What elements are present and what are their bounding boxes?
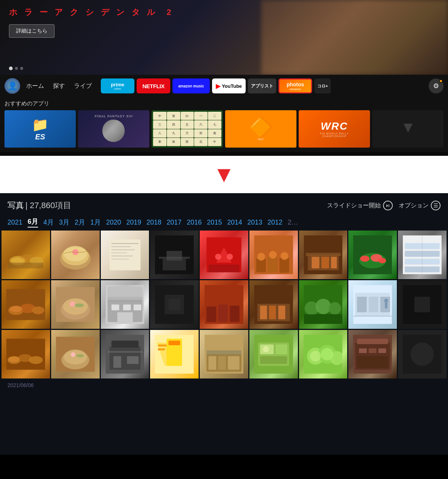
photo-image (348, 330, 397, 378)
app-youtube[interactable]: ▶ YouTube (212, 78, 246, 93)
nav-live[interactable]: ライブ (74, 82, 92, 90)
photo-image (299, 231, 348, 279)
photo-cell[interactable] (1, 280, 50, 329)
photo-cell[interactable] (200, 231, 248, 279)
photo-cell[interactable] (51, 231, 100, 279)
photo-cell[interactable] (249, 330, 298, 378)
photo-cell[interactable] (200, 280, 248, 329)
photo-cell[interactable] (299, 330, 348, 378)
hero-dot-1 (9, 67, 13, 70)
settings-button[interactable]: ⚙ (429, 78, 444, 93)
photo-cell[interactable] (101, 231, 149, 279)
hero-banner: ホ ラ ー ア ク シ デ ン タ ル 2 詳細はこちら (0, 0, 448, 75)
slideshow-button[interactable]: スライドショー開始 ⏯ (327, 201, 393, 210)
photo-cell[interactable] (150, 231, 199, 279)
timeline-2020[interactable]: 2020 (106, 219, 121, 226)
es-label: ES (35, 133, 45, 141)
photos-header: 写真 | 27,860項目 スライドショー開始 ⏯ オプション ☰ (0, 193, 448, 216)
photo-image (249, 280, 298, 329)
svg-point-103 (71, 352, 75, 357)
timeline-2015[interactable]: 2015 (207, 219, 222, 226)
photo-cell[interactable] (249, 231, 298, 279)
vlc-cone-icon: 🔶 (249, 117, 273, 137)
svg-rect-70 (218, 305, 228, 322)
timeline-2012[interactable]: 2012 (268, 219, 283, 226)
vlc-wrapper: 🔶 VLC (225, 110, 296, 148)
svg-rect-15 (111, 259, 129, 259)
app-plus[interactable]: コロ+ (314, 78, 331, 93)
photo-cell[interactable] (398, 231, 447, 279)
photo-cell[interactable] (51, 330, 100, 378)
photo-cell[interactable] (348, 231, 397, 279)
recommended-app-grid: 📁 ES FINAL FANTASY XIII 中 發 白 (4, 110, 444, 148)
down-arrow-icon: ▼ (213, 163, 235, 186)
timeline-2018[interactable]: 2018 (146, 219, 161, 226)
svg-rect-33 (311, 257, 319, 268)
photo-cell[interactable] (299, 280, 348, 329)
photo-cell[interactable] (200, 330, 248, 378)
ff-label: FINAL FANTASY XIII (92, 111, 136, 146)
hero-detail-button[interactable]: 詳細はこちら (9, 24, 55, 38)
svg-rect-25 (256, 259, 266, 272)
photo-image (299, 280, 348, 329)
photo-image (200, 231, 248, 279)
timeline-june[interactable]: 6月 (28, 217, 38, 228)
timeline-march[interactable]: 3月 (59, 218, 69, 227)
app-tile-extra[interactable] (372, 110, 444, 148)
photo-cell[interactable] (101, 330, 149, 378)
timeline-2013[interactable]: 2013 (247, 219, 262, 226)
app-tile-ff[interactable]: FINAL FANTASY XIII (78, 110, 149, 148)
app-photos[interactable]: photos amazon (279, 78, 312, 93)
photo-cell[interactable] (398, 280, 447, 329)
photo-cell[interactable] (150, 280, 199, 329)
timeline-2016[interactable]: 2016 (187, 219, 202, 226)
photo-cell[interactable] (150, 330, 199, 378)
timeline-more[interactable]: 2… (288, 219, 298, 226)
photos-sublabel: amazon (287, 87, 304, 91)
app-prime-video[interactable]: prime video (101, 78, 134, 93)
app-amazon-music[interactable]: amazon music (172, 78, 210, 93)
photo-cell[interactable] (1, 231, 50, 279)
mahjong-tile: 白 (181, 112, 194, 120)
timeline-april[interactable]: 4月 (43, 218, 54, 227)
photo-cell[interactable] (348, 280, 397, 329)
app-netflix[interactable]: NETFLIX (137, 78, 170, 93)
app-tile-mahjong[interactable]: 中 發 白 一 二 三 四 五 六 七 八 九 万 筒 索 東 南 (152, 110, 223, 148)
options-button[interactable]: オプション ☰ (399, 201, 441, 210)
mahjong-tile: 六 (194, 120, 208, 129)
svg-rect-26 (268, 257, 277, 272)
timeline-jan[interactable]: 1月 (90, 218, 101, 227)
timeline-2021[interactable]: 2021 (7, 219, 22, 226)
timeline-feb[interactable]: 2月 (75, 218, 85, 227)
svg-rect-67 (169, 299, 180, 310)
timeline-2014[interactable]: 2014 (227, 219, 242, 226)
timeline-2017[interactable]: 2017 (167, 219, 181, 226)
user-avatar[interactable]: 👤 (4, 78, 20, 94)
photo-image (150, 280, 199, 329)
nav-home[interactable]: ホーム (26, 82, 44, 90)
photo-cell[interactable] (348, 330, 397, 378)
photo-cell[interactable] (299, 231, 348, 279)
svg-rect-61 (123, 305, 131, 310)
photo-cell[interactable] (398, 330, 447, 378)
app-tile-wrc[interactable]: WRC FIA WORLD RALLYCHAMPIONSHIP (299, 110, 370, 148)
app-tile-es[interactable]: 📁 ES (4, 110, 76, 148)
svg-point-39 (360, 256, 370, 262)
photos-controls: スライドショー開始 ⏯ オプション ☰ (327, 201, 441, 210)
nav-search[interactable]: 探す (53, 82, 65, 90)
photo-cell[interactable] (51, 280, 100, 329)
svg-rect-78 (269, 306, 276, 319)
svg-rect-118 (208, 356, 216, 370)
photo-cell[interactable] (101, 280, 149, 329)
mahjong-tile: 東 (153, 138, 167, 146)
app-tile-vlc[interactable]: 🔶 VLC (225, 110, 296, 148)
svg-point-55 (63, 298, 87, 315)
svg-rect-109 (127, 356, 139, 364)
photo-image (101, 330, 149, 378)
photo-grid (0, 231, 448, 378)
app-applist[interactable]: アプリスト (248, 78, 276, 93)
avatar-icon: 👤 (7, 81, 18, 91)
timeline-2019[interactable]: 2019 (126, 219, 141, 226)
photo-cell[interactable] (249, 280, 298, 329)
photo-cell[interactable] (1, 330, 50, 378)
